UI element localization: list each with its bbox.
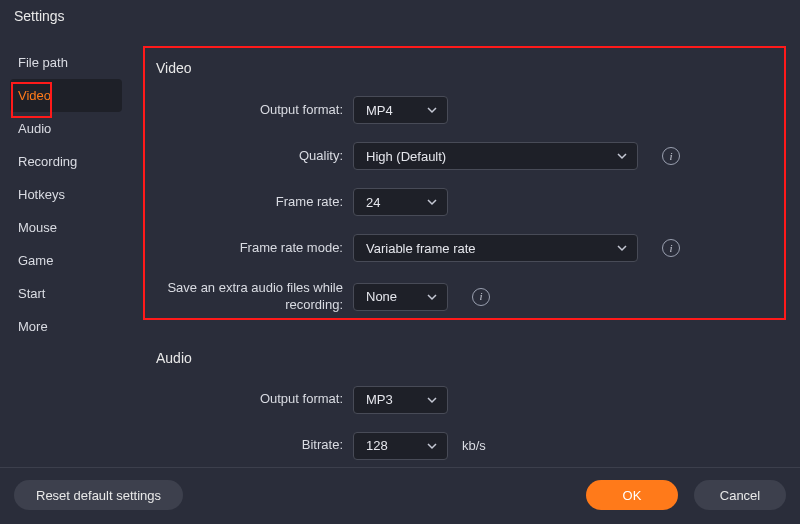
- label-frame-rate: Frame rate:: [148, 194, 353, 211]
- sidebar-item-recording[interactable]: Recording: [10, 145, 122, 178]
- reset-button[interactable]: Reset default settings: [14, 480, 183, 510]
- label-audio-output-format: Output format:: [148, 391, 353, 408]
- sidebar-item-more[interactable]: More: [10, 310, 122, 343]
- select-save-extra-audio-value: None: [366, 289, 397, 304]
- select-frame-rate-mode[interactable]: Variable frame rate: [353, 234, 638, 262]
- info-icon[interactable]: i: [472, 288, 490, 306]
- select-quality-value: High (Default): [366, 149, 446, 164]
- chevron-down-icon: [427, 441, 437, 451]
- window-title: Settings: [0, 0, 800, 34]
- label-bitrate: Bitrate:: [148, 437, 353, 454]
- chevron-down-icon: [617, 243, 627, 253]
- select-bitrate-value: 128: [366, 438, 388, 453]
- label-save-extra-audio: Save an extra audio files while recordin…: [148, 280, 353, 314]
- cancel-button[interactable]: Cancel: [694, 480, 786, 510]
- annotation-highlight-main: [143, 46, 786, 320]
- sidebar-item-filepath[interactable]: File path: [10, 46, 122, 79]
- sidebar-item-start[interactable]: Start: [10, 277, 122, 310]
- select-audio-output-format-value: MP3: [366, 392, 393, 407]
- bitrate-unit: kb/s: [462, 438, 486, 453]
- select-frame-rate-mode-value: Variable frame rate: [366, 241, 476, 256]
- sidebar-item-audio[interactable]: Audio: [10, 112, 122, 145]
- info-icon[interactable]: i: [662, 147, 680, 165]
- select-audio-output-format[interactable]: MP3: [353, 386, 448, 414]
- label-quality: Quality:: [148, 148, 353, 165]
- main-panel: Video Output format: MP4 Quality: High (…: [128, 34, 800, 467]
- select-output-format[interactable]: MP4: [353, 96, 448, 124]
- sidebar-item-hotkeys[interactable]: Hotkeys: [10, 178, 122, 211]
- select-bitrate[interactable]: 128: [353, 432, 448, 460]
- select-output-format-value: MP4: [366, 103, 393, 118]
- chevron-down-icon: [617, 151, 627, 161]
- select-save-extra-audio[interactable]: None: [353, 283, 448, 311]
- select-frame-rate-value: 24: [366, 195, 380, 210]
- sidebar-item-game[interactable]: Game: [10, 244, 122, 277]
- section-title-audio: Audio: [156, 350, 780, 366]
- footer: Reset default settings OK Cancel: [0, 467, 800, 524]
- chevron-down-icon: [427, 292, 437, 302]
- section-title-video: Video: [156, 60, 780, 76]
- sidebar: File path Video Audio Recording Hotkeys …: [0, 34, 128, 467]
- chevron-down-icon: [427, 105, 437, 115]
- chevron-down-icon: [427, 395, 437, 405]
- label-frame-rate-mode: Frame rate mode:: [148, 240, 353, 257]
- chevron-down-icon: [427, 197, 437, 207]
- select-frame-rate[interactable]: 24: [353, 188, 448, 216]
- label-output-format: Output format:: [148, 102, 353, 119]
- ok-button[interactable]: OK: [586, 480, 678, 510]
- info-icon[interactable]: i: [662, 239, 680, 257]
- sidebar-item-mouse[interactable]: Mouse: [10, 211, 122, 244]
- sidebar-item-video[interactable]: Video: [10, 79, 122, 112]
- select-quality[interactable]: High (Default): [353, 142, 638, 170]
